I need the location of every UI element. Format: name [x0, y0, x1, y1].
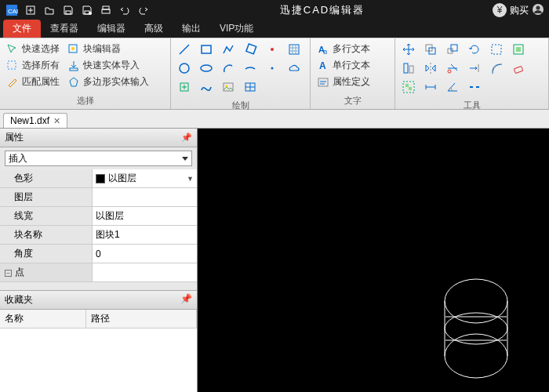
saveas-icon[interactable] — [78, 2, 96, 18]
favorites-header: 收藏夹 📌 — [0, 290, 197, 310]
svg-point-23 — [201, 65, 212, 71]
group-icon[interactable] — [400, 79, 417, 95]
svg-text:CAD: CAD — [8, 8, 18, 15]
tab-file[interactable]: 文件 — [3, 20, 41, 38]
move-icon[interactable] — [400, 42, 417, 57]
buy-link[interactable]: 购买 — [510, 4, 529, 17]
new-icon[interactable] — [22, 2, 39, 18]
prop-blockname[interactable]: 图块1 — [93, 226, 197, 244]
rotate-icon[interactable] — [466, 42, 483, 57]
cloud-icon[interactable] — [285, 60, 303, 76]
pin-icon[interactable]: 📌 — [180, 293, 192, 307]
block-editor[interactable]: 块编辑器 — [66, 42, 151, 56]
svg-text:A: A — [319, 60, 326, 71]
svg-rect-21 — [289, 45, 299, 54]
favorites-list — [0, 328, 197, 392]
app-title: 迅捷CAD编辑器 — [152, 3, 493, 17]
ribbon: 快速选择 选择所有 匹配属性 块编辑器 快速实体导入 多边形实体输入 选择 — [0, 38, 549, 110]
svg-point-24 — [271, 67, 274, 70]
stext[interactable]: A单行文本 — [315, 58, 372, 73]
quick-select[interactable]: 快速选择 — [5, 42, 61, 56]
prop-color[interactable]: 以图层▼ — [93, 169, 197, 187]
tab-advanced[interactable]: 高级 — [135, 20, 173, 38]
close-icon[interactable]: ✕ — [53, 116, 60, 126]
svg-rect-18 — [202, 45, 211, 53]
properties-header: 属性 📌 — [0, 129, 197, 147]
tab-editor[interactable]: 编辑器 — [88, 20, 135, 38]
svg-rect-8 — [103, 6, 109, 9]
svg-point-14 — [71, 47, 75, 50]
fav-col-name[interactable]: 名称 — [0, 310, 86, 328]
tab-output[interactable]: 输出 — [173, 20, 210, 38]
document-name: New1.dxf — [10, 115, 49, 126]
tab-vip[interactable]: VIP功能 — [210, 20, 263, 38]
svg-rect-48 — [514, 66, 522, 73]
match-props[interactable]: 匹配属性 — [5, 74, 61, 89]
offset-icon[interactable] — [488, 60, 505, 76]
copy-icon[interactable] — [422, 42, 439, 57]
drawing-canvas[interactable]: 粘贴的图块 — [198, 129, 549, 392]
spline-icon[interactable] — [198, 79, 215, 95]
arc-icon[interactable] — [220, 60, 237, 76]
attrdef[interactable]: 属性定义 — [315, 74, 372, 89]
svg-marker-16 — [70, 78, 78, 86]
hatch-icon[interactable] — [285, 42, 303, 57]
svg-rect-41 — [492, 45, 501, 54]
break-icon[interactable] — [466, 79, 483, 95]
angle-icon[interactable] — [444, 79, 461, 95]
undo-icon[interactable] — [116, 2, 133, 18]
dim-icon[interactable] — [422, 79, 439, 95]
svg-rect-15 — [70, 68, 78, 71]
print-icon[interactable] — [97, 2, 115, 18]
line-icon[interactable] — [176, 42, 193, 57]
type-combo[interactable]: 插入 — [5, 151, 192, 166]
document-tab[interactable]: New1.dxf ✕ — [3, 113, 67, 128]
svg-rect-51 — [409, 87, 412, 90]
group-draw-label: 绘制 — [171, 98, 310, 114]
app-icon: CAD — [3, 2, 20, 18]
insert-icon[interactable] — [176, 79, 193, 95]
svg-rect-43 — [516, 47, 521, 52]
erase-icon[interactable] — [510, 60, 527, 76]
tab-viewer[interactable]: 查看器 — [41, 20, 88, 38]
select-all[interactable]: 选择所有 — [5, 58, 61, 73]
color-swatch-icon — [96, 174, 105, 183]
user-icon[interactable] — [532, 3, 544, 18]
fav-col-path[interactable]: 路径 — [86, 310, 197, 328]
prop-point-section[interactable]: −点 — [0, 263, 93, 281]
svg-point-22 — [180, 64, 189, 73]
trim-icon[interactable] — [444, 60, 461, 76]
group-tools-label: 工具 — [395, 98, 548, 114]
rect-icon[interactable] — [198, 42, 215, 57]
circle-icon[interactable] — [176, 60, 193, 76]
quick-import[interactable]: 快速实体导入 — [66, 58, 151, 73]
prop-lw[interactable]: 以图层 — [93, 207, 197, 225]
save-icon[interactable] — [60, 2, 77, 18]
select-rect-icon[interactable] — [488, 42, 505, 57]
pin-icon[interactable]: 📌 — [181, 132, 192, 143]
dot-icon[interactable] — [264, 60, 281, 76]
redo-icon[interactable] — [135, 2, 152, 18]
extend-icon[interactable] — [466, 60, 483, 76]
mirror-icon[interactable] — [422, 60, 439, 76]
svg-rect-50 — [405, 84, 409, 87]
ribbon-tabs: 文件 查看器 编辑器 高级 输出 VIP功能 — [0, 20, 549, 38]
svg-rect-19 — [246, 44, 256, 54]
rot-rect-icon[interactable] — [242, 42, 259, 57]
mtext[interactable]: AB多行文本 — [315, 42, 372, 56]
align-icon[interactable] — [400, 60, 417, 76]
polyline-icon[interactable] — [220, 42, 237, 57]
scale-icon[interactable] — [444, 42, 461, 57]
point-icon[interactable] — [264, 42, 281, 57]
image-icon[interactable] — [220, 79, 237, 95]
svg-rect-9 — [102, 9, 110, 13]
prop-layer[interactable] — [93, 188, 197, 206]
ellipse-icon[interactable] — [198, 60, 215, 76]
polygon-import[interactable]: 多边形实体输入 — [66, 74, 151, 89]
open-icon[interactable] — [41, 2, 58, 18]
table-icon[interactable] — [242, 79, 259, 95]
prop-angle[interactable]: 0 — [93, 245, 197, 263]
currency-icon[interactable]: ¥ — [493, 3, 507, 17]
ellipse-arc-icon[interactable] — [242, 60, 259, 76]
block-icon[interactable] — [510, 42, 527, 57]
